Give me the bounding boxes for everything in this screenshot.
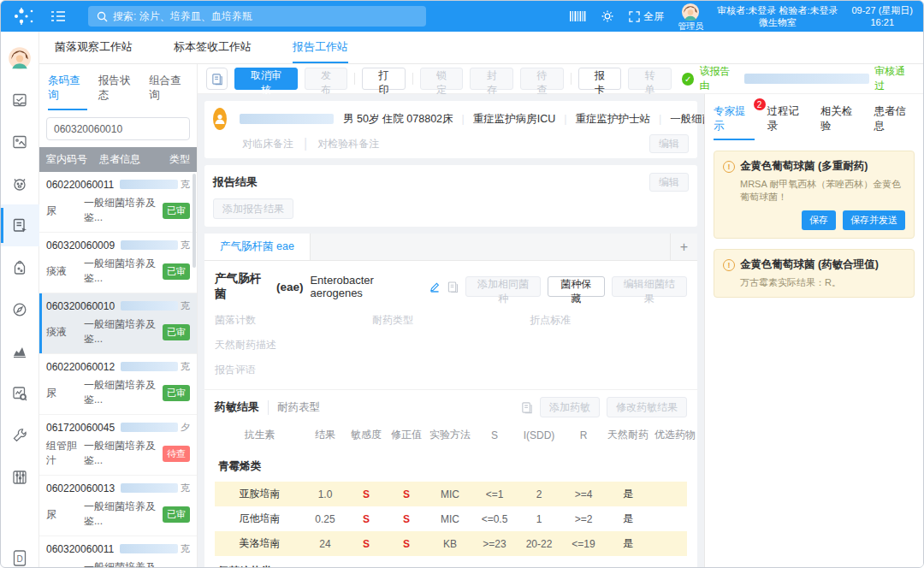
expert-tab[interactable]: 相关检验 (820, 104, 862, 140)
nav-specimen[interactable] (1, 121, 39, 163)
status-badge: 已审 (163, 203, 190, 219)
specimen-row[interactable]: 060220060011 克 尿 一般细菌培养及鉴... 已审 (39, 172, 197, 233)
divider (354, 73, 355, 85)
nav-user-avatar[interactable] (1, 37, 39, 79)
barcode-icon[interactable] (569, 9, 586, 23)
report-result-edit-button[interactable]: 编辑 (649, 173, 689, 192)
nav-tools[interactable] (1, 414, 39, 456)
test-name: 一般细菌培养及鉴... (84, 439, 163, 468)
specimen-row[interactable]: 060220060012 克 尿 一般细菌培养及鉴... 已审 (39, 354, 197, 415)
toolbar-button[interactable]: 锁定 (420, 68, 464, 90)
clipboard-icon[interactable] (521, 401, 533, 414)
nav-report-workstation[interactable] (1, 204, 39, 246)
hint-title: 金黄色葡萄球菌 (多重耐药) (740, 159, 868, 174)
specimen-row[interactable]: 060320060009 克 痰液 一般细菌培养及鉴... 已审 (39, 233, 197, 293)
hint-body: 万古霉素实际结果：R。 (740, 276, 905, 289)
natural-resistance: 是 (604, 487, 652, 501)
lab-note-link[interactable]: 对检验科备注 (317, 137, 379, 151)
query-tab[interactable]: 组合查询 (149, 74, 188, 110)
hint-action-button[interactable]: 保存 (802, 210, 836, 230)
sensitivity-column: S (474, 429, 515, 441)
workstation-tab[interactable]: 标本签收工作站 (174, 32, 252, 63)
barcode-search[interactable] (46, 117, 190, 140)
test-name: 一般细菌培养及鉴... (84, 378, 163, 407)
organism-tab[interactable]: 产气肠杆菌 eae (204, 234, 311, 260)
expert-tab[interactable]: 过程记录 (767, 104, 808, 140)
row-suffix: 克 (181, 178, 190, 191)
expert-tab[interactable]: 专家提示2 (714, 104, 755, 140)
test-name: 一般细菌培养及鉴... (84, 500, 163, 529)
global-search[interactable] (88, 6, 426, 27)
fullscreen-label: 全屏 (643, 9, 664, 24)
sensitivity-column: I(SDD) (515, 429, 563, 441)
specimen-row[interactable]: 060220060013 克 尿 一般细菌培养及鉴... 已审 (39, 476, 197, 536)
workstation-tab[interactable]: 菌落观察工作站 (55, 32, 133, 63)
specimen-row[interactable]: 060320060010 克 痰液 一般细菌培养及鉴... 已审 (39, 293, 197, 354)
toolbar-button[interactable]: 发布 (305, 68, 348, 90)
workstation-tab[interactable]: 报告工作站 (293, 32, 348, 63)
nav-audit[interactable] (1, 79, 39, 121)
organism-action-button[interactable]: 添加相同菌种 (465, 276, 541, 297)
patient-station: 重症监护护士站 (576, 112, 651, 127)
add-organism-tab-button[interactable]: + (670, 234, 697, 260)
antibiotic-row[interactable]: 亚胺培南 1.0 S S MIC <=1 2 >=4 是 (215, 482, 687, 506)
nav-analysis[interactable] (1, 372, 39, 414)
row-suffix: 克 (181, 299, 190, 312)
clinical-note-link[interactable]: 对临床备注 (242, 137, 293, 151)
nav-calculator[interactable] (1, 456, 39, 498)
query-tab[interactable]: 报告状态 (98, 74, 138, 110)
barcode-search-input[interactable] (54, 123, 187, 135)
clipboard-icon[interactable] (447, 281, 459, 293)
method: MIC (426, 513, 474, 525)
toolbar-button[interactable]: 取消审核 (234, 68, 297, 90)
query-tab[interactable]: 条码查询 (48, 74, 87, 110)
nav-microbe[interactable] (1, 163, 39, 204)
antibiotic-row[interactable]: 美洛培南 24 S S KB >=23 20-22 <=19 是 (215, 531, 687, 556)
expert-tab[interactable]: 患者信息 (874, 104, 915, 140)
fullscreen-button[interactable]: 全屏 (629, 9, 664, 24)
audit-check-icon (11, 92, 28, 109)
specimen-barcode: 060320060010 (46, 300, 115, 312)
search-icon (97, 11, 108, 22)
divider (412, 73, 413, 85)
corrected-value: S (387, 513, 426, 525)
toolbar-button[interactable]: 待查 (520, 68, 564, 90)
organism-action-button[interactable]: 菌种保藏 (548, 276, 604, 297)
nav-chart[interactable] (1, 330, 39, 372)
sensitivity-action-button[interactable]: 添加药敏 (540, 397, 600, 417)
sensitivity-value: S (346, 538, 387, 550)
hint-action-button[interactable]: 保存并发送 (843, 210, 905, 230)
nav-sample-bag[interactable] (1, 246, 39, 288)
workstation-tabs: 菌落观察工作站标本签收工作站报告工作站 (39, 32, 923, 64)
antibiotic-name: 亚胺培南 (215, 487, 305, 501)
organism-action-button[interactable]: 编辑细菌结果 (612, 276, 687, 297)
sensitivity-action-button[interactable]: 修改药敏结果 (607, 397, 687, 417)
antibiotic-name: 美洛培南 (215, 536, 305, 551)
natural-resistance: 是 (604, 536, 652, 551)
specimen-row[interactable]: 061720060045 夕 组管胆汁 一般细菌培养及鉴... 待查 (39, 415, 197, 476)
global-search-input[interactable] (113, 10, 418, 22)
resistance-phenotype-tab[interactable]: 耐药表型 (268, 400, 320, 415)
result-value: 1.0 (305, 488, 346, 500)
toolbar-button[interactable]: 打印 (362, 68, 406, 90)
add-report-result-button[interactable]: 添加报告结果 (213, 198, 293, 219)
menu-icon[interactable] (50, 9, 66, 23)
patient-edit-button[interactable]: 编辑 (649, 134, 689, 153)
patient-info-bar: 男 50岁 住院 078802床 | 重症监护病房ICU | 重症监护护士站 |… (204, 101, 697, 158)
specimen-type: 尿 (46, 204, 84, 218)
user-menu[interactable]: 管理员 (678, 3, 703, 31)
edit-pencil-icon[interactable] (429, 281, 440, 293)
toolbar-button[interactable]: 转单 (628, 68, 672, 90)
nav-document[interactable]: D (1, 537, 39, 568)
copy-report-button[interactable] (206, 68, 228, 90)
natural-resistance: 是 (604, 512, 652, 526)
settings-gear-icon[interactable] (600, 9, 615, 24)
hint-title: 金黄色葡萄球菌 (药敏合理值) (740, 257, 879, 272)
toolbar-button[interactable]: 报卡 (578, 68, 622, 90)
status-badge: 已审 (163, 506, 190, 523)
nav-compass[interactable] (1, 288, 39, 330)
antibiotic-row[interactable]: 厄他培南 0.25 S S MIC <=0.5 1 >=2 是 (215, 506, 687, 531)
organism-card: 产气肠杆菌 eae + 产气肠杆菌 (eae) Enterobacter aer… (204, 234, 697, 567)
toolbar-button[interactable]: 封存 (470, 68, 513, 90)
specimen-row[interactable]: 060320060011 克 痰液 一般细菌培养及鉴... 已审 (39, 536, 197, 567)
